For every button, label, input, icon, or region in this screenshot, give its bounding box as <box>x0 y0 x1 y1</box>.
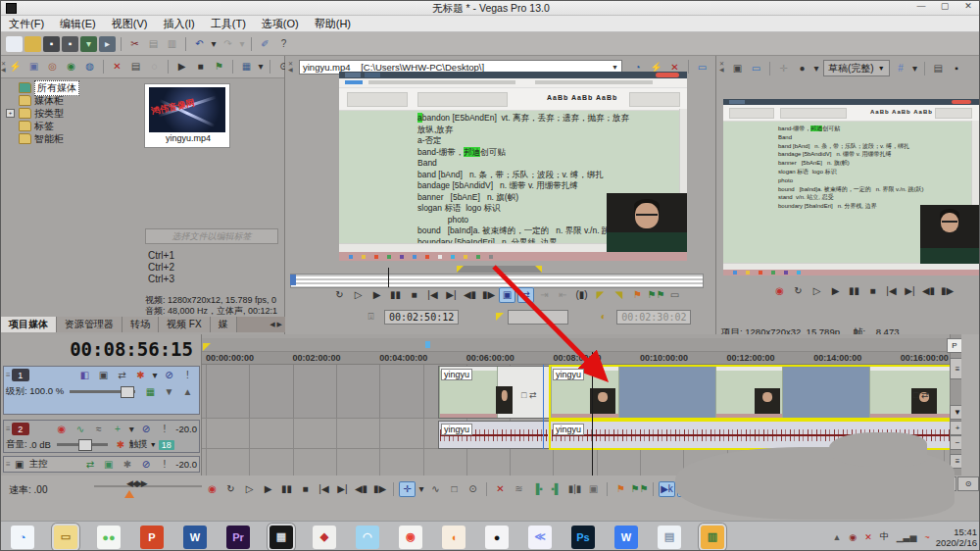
bus-icon[interactable]: + <box>109 422 125 437</box>
external-preview-icon[interactable]: ▭ <box>748 61 764 76</box>
make-parent-icon[interactable]: ▲ <box>179 384 196 400</box>
ime-language-indicator[interactable]: 中 <box>880 530 889 543</box>
menu-item-6[interactable]: 帮助(H) <box>307 17 359 31</box>
selection-timecode-empty[interactable] <box>508 310 568 325</box>
save-as-icon[interactable]: ▪ <box>62 36 78 52</box>
automation-mode[interactable]: 触摸 <box>129 438 148 451</box>
video-output-icon[interactable]: ▣ <box>729 61 746 76</box>
add-to-timeline-icon[interactable]: ⇄ <box>517 287 534 303</box>
tray-expand-icon[interactable]: ▲ <box>832 532 841 542</box>
rate-scrub-track[interactable] <box>94 485 202 487</box>
track-zoom-out-icon[interactable]: − <box>950 435 961 450</box>
record-icon[interactable]: ◉ <box>204 481 220 497</box>
file-explorer-icon[interactable]: ▭ <box>54 526 77 549</box>
go-to-start-icon[interactable]: |◀ <box>316 481 332 497</box>
copy-snapshot-icon[interactable]: ▤ <box>930 61 947 76</box>
search-media-icon[interactable]: ◍ <box>81 59 98 75</box>
track-motion-icon[interactable]: ◧ <box>76 368 93 383</box>
interaction-brush-icon[interactable]: ✐ <box>257 36 273 52</box>
input-monitor-icon[interactable]: ∿ <box>72 422 88 437</box>
minimize-button[interactable]: — <box>912 1 930 11</box>
media-bin-4[interactable]: 智能柜 <box>3 132 136 145</box>
video-track-header[interactable]: ≡ 1 ◧▣⇄✱▾⊘! 级别: 100.0 % ▦▼▲ <box>3 366 200 415</box>
event-crop-icons[interactable]: □ ⇄ <box>521 390 536 400</box>
extract-audio-icon[interactable]: ◎ <box>44 59 61 75</box>
capture-video-icon[interactable]: ▣ <box>25 59 42 75</box>
trim-end-icon[interactable]: ▪▌ <box>548 481 564 497</box>
redo-icon[interactable]: ↷ <box>220 36 236 52</box>
dim-icon[interactable]: ! <box>156 457 172 473</box>
premiere-icon[interactable]: Pr <box>226 526 250 549</box>
volume-slider[interactable] <box>57 443 108 446</box>
play-media-icon[interactable]: ▶ <box>173 59 190 75</box>
mute-icon[interactable]: ⊘ <box>137 457 154 473</box>
panel-dock-grip[interactable]: ✕◀ <box>286 61 295 73</box>
track-level-slider[interactable] <box>70 390 135 393</box>
tag-edit-field[interactable]: 选择文件以编辑标签 <box>145 228 278 244</box>
selection-start-handle[interactable] <box>457 266 464 273</box>
media-bin-0[interactable]: 所有媒体 <box>3 81 136 94</box>
dock-tab-3[interactable]: 视频 FX <box>159 317 211 332</box>
marker-p-button[interactable]: P <box>947 338 961 353</box>
help-icon[interactable]: ? <box>275 36 292 52</box>
track-zoom-in-icon[interactable]: + <box>950 421 961 435</box>
mute-icon[interactable]: ⊘ <box>161 368 177 383</box>
insert-region-icon[interactable]: ⚑⚑ <box>631 481 648 497</box>
preview-quality-select[interactable]: 草稿(完整) ▼ <box>823 60 890 76</box>
trimmer-monitor-icon[interactable]: ▭ <box>666 287 683 303</box>
play-from-start-icon[interactable]: ▷ <box>241 481 258 497</box>
prev-frame-icon[interactable]: ◀▮ <box>920 283 937 299</box>
media-properties-icon[interactable]: ▤ <box>127 59 144 75</box>
go-to-end-icon[interactable]: ▶| <box>443 287 460 303</box>
new-project-icon[interactable] <box>6 36 23 52</box>
taskbar-clock[interactable]: 15:41 2020/2/16 <box>936 526 980 548</box>
quality-dot-dropdown-icon[interactable]: ▾ <box>812 61 820 76</box>
maximize-button[interactable]: ▢ <box>936 1 954 11</box>
master-bus-header[interactable]: ≡ ▣ 主控 ⇄▣✱⊘! -20.0 <box>3 456 200 473</box>
solo-icon[interactable]: ! <box>179 368 196 383</box>
photoshop-icon[interactable]: Ps <box>571 526 595 549</box>
envelope-tool-icon[interactable]: ∿ <box>427 481 444 497</box>
render-as-icon[interactable]: ▾ <box>80 36 97 52</box>
wps-icon[interactable]: W <box>614 526 638 549</box>
close-button[interactable]: ✕ <box>959 1 977 11</box>
phase-icon[interactable]: ≈ <box>90 422 107 437</box>
video-event-2-selected[interactable]: yingyu □ ⇄ <box>550 366 952 419</box>
timeline-cursor-timecode[interactable]: 00:08:56:15 <box>1 338 193 360</box>
insert-region-icon[interactable]: ⚑⚑ <box>648 287 664 303</box>
menu-item-1[interactable]: 编辑(E) <box>52 17 104 31</box>
zoom-tool-icon[interactable]: ⊙ <box>465 481 481 497</box>
stop-icon[interactable]: ■ <box>297 481 314 497</box>
chevron-down-icon[interactable]: ▼ <box>150 441 157 448</box>
stop-icon[interactable]: ■ <box>864 283 881 299</box>
track-drag-handle[interactable]: ≡ <box>6 460 10 469</box>
master-fx-icon[interactable]: ▣ <box>100 457 117 473</box>
sync-cursor-icon[interactable]: (▮) <box>573 287 590 303</box>
dock-tab-4[interactable]: 媒 <box>211 317 237 332</box>
cut-icon[interactable]: ✂ <box>126 36 143 52</box>
solo-icon[interactable]: ! <box>156 422 172 437</box>
dock-tab-0[interactable]: 项目媒体 <box>1 317 57 332</box>
scroll-down-icon[interactable]: ▼ <box>950 405 961 420</box>
video-event-1[interactable]: yingyu □ ⇄ <box>438 366 550 419</box>
volume-value[interactable]: .0 dB <box>29 439 51 450</box>
rate-scrub-handle[interactable]: ◀◀▶▶ <box>126 478 146 488</box>
play-icon[interactable]: ▶ <box>827 283 844 299</box>
chrome-icon[interactable]: ◉ <box>399 526 422 549</box>
dock-tab-1[interactable]: 资源管理器 <box>57 317 122 332</box>
track-drag-handle[interactable]: ≡ <box>6 425 10 433</box>
menu-item-5[interactable]: 选项(O) <box>254 17 307 31</box>
sogou-input-tray-icon[interactable]: ◉ <box>849 532 857 542</box>
views-icon[interactable]: ▦ <box>238 59 255 75</box>
trimmer-scroll-nub[interactable] <box>290 275 296 285</box>
stop-media-icon[interactable]: ■ <box>192 59 209 75</box>
play-from-start-icon[interactable]: ▷ <box>808 283 825 299</box>
undo-dropdown-icon[interactable]: ▾ <box>210 36 218 52</box>
trimmer-selection-length[interactable]: 00:02:30:02 <box>616 310 691 325</box>
overlay-grid-icon[interactable]: # <box>893 61 909 76</box>
normal-edit-tool-icon[interactable]: ✛ <box>399 481 416 497</box>
notepad-icon[interactable]: ▤ <box>658 526 681 549</box>
selection-tool-icon[interactable]: □ <box>446 481 463 497</box>
paste-icon[interactable]: ▥ <box>164 36 180 52</box>
split-screen-icon[interactable]: ✛ <box>775 61 792 76</box>
